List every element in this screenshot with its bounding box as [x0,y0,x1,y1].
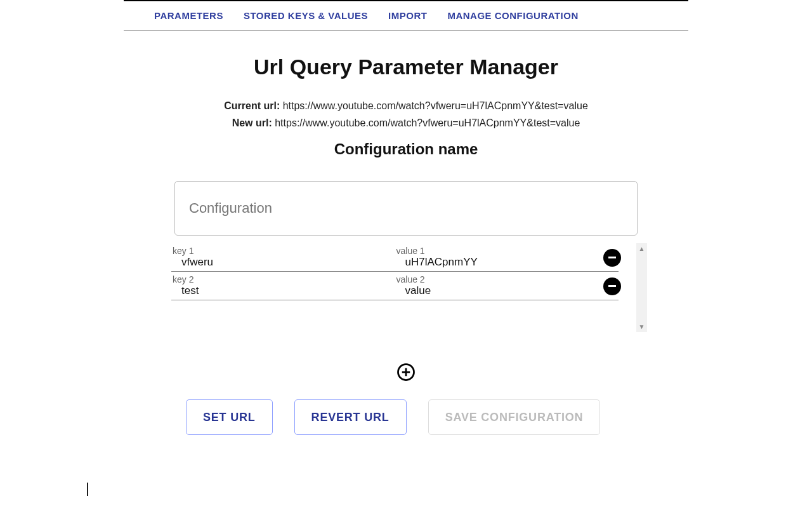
parameters-list: key 1 value 1 key 2 [165,243,647,332]
key-input[interactable] [171,284,384,297]
scrollbar[interactable]: ▲ ▼ [636,243,647,332]
text-cursor-icon: | [86,480,89,497]
action-buttons: SET URL REVERT URL SAVE CONFIGURATION [186,399,688,435]
tab-stored-keys-values[interactable]: STORED KEYS & VALUES [244,10,368,21]
new-url-label: New url: [232,117,272,128]
add-row-icon[interactable] [396,363,416,382]
param-row: key 1 value 1 [165,243,625,272]
window-top-edge [124,0,688,1]
value-label: value 1 [395,246,619,256]
scroll-down-icon[interactable]: ▼ [636,321,647,332]
key-input[interactable] [171,256,384,269]
remove-row-icon[interactable] [603,249,621,267]
key-label: key 2 [171,274,395,284]
set-url-button[interactable]: SET URL [186,399,273,435]
configuration-name-heading: Configuration name [124,140,688,158]
save-configuration-button[interactable]: SAVE CONFIGURATION [428,399,601,435]
url-info-block: Current url: https://www.youtube.com/wat… [124,97,688,131]
nav-tabs: PARAMETERS STORED KEYS & VALUES IMPORT M… [124,1,688,30]
tab-parameters[interactable]: PARAMETERS [154,10,223,21]
value-input[interactable] [395,256,608,269]
tab-manage-configuration[interactable]: MANAGE CONFIGURATION [447,10,578,21]
value-input[interactable] [395,284,608,297]
value-label: value 2 [395,274,619,284]
current-url-label: Current url: [224,100,280,111]
new-url-value: https://www.youtube.com/watch?vfweru=uH7… [275,117,580,128]
param-row: key 2 value 2 [165,272,625,300]
page-title: Url Query Parameter Manager [124,55,688,79]
revert-url-button[interactable]: REVERT URL [294,399,407,435]
current-url-value: https://www.youtube.com/watch?vfweru=uH7… [283,100,588,111]
remove-row-icon[interactable] [603,277,621,295]
key-label: key 1 [171,246,395,256]
scroll-up-icon[interactable]: ▲ [636,243,647,254]
configuration-name-input[interactable] [174,181,638,236]
tab-import[interactable]: IMPORT [388,10,427,21]
